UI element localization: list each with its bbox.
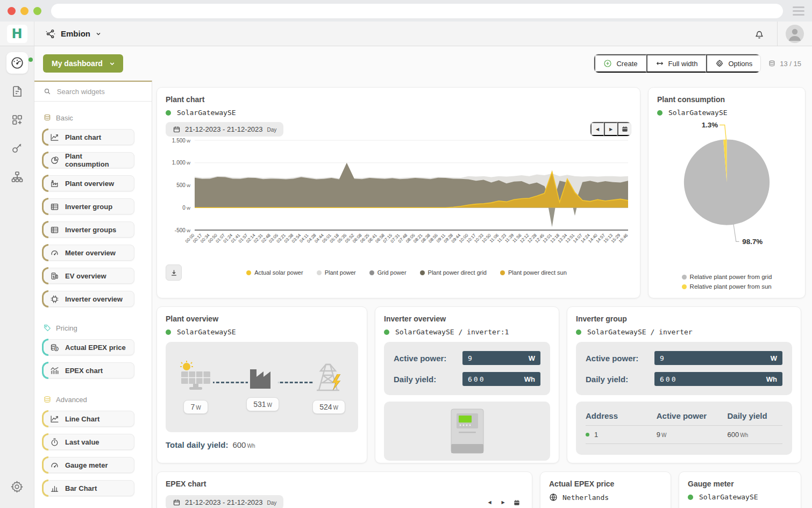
pie-label-line-grid <box>733 224 739 242</box>
nav-widgets[interactable] <box>6 109 28 131</box>
widget-item-plant-consumption[interactable]: Plant consumption <box>43 152 134 168</box>
x-tick-label: 15:46 <box>618 233 629 244</box>
prev-period-button[interactable]: ◀ <box>590 122 604 136</box>
database-icon <box>43 395 52 404</box>
gear-icon <box>10 480 24 493</box>
calendar-button[interactable] <box>510 496 523 508</box>
calendar-button[interactable] <box>617 122 631 136</box>
line-chart-icon <box>50 133 59 142</box>
legend-dot <box>317 270 322 275</box>
next-period-button[interactable]: ▶ <box>496 496 510 508</box>
nav-settings[interactable] <box>6 476 28 497</box>
browser-chrome <box>0 0 812 22</box>
widget-gauge-meter: Gauge meter SolarGatewaySE <box>679 471 801 508</box>
nav-dashboard[interactable] <box>6 52 28 74</box>
date-range-text: 21-12-2023 - 21-12-2023 <box>185 498 263 506</box>
legend-dot <box>369 270 374 275</box>
search-input[interactable] <box>57 88 143 96</box>
widget-item-actual-epex-price[interactable]: €Actual EPEX price <box>43 339 134 355</box>
legend-dot <box>682 284 687 289</box>
widget-item-inverter-group[interactable]: Inverter group <box>43 198 134 214</box>
browser-menu-icon[interactable] <box>793 6 804 16</box>
nav-access-keys[interactable] <box>6 138 28 159</box>
widget-item-plant-overview[interactable]: Plant overview <box>43 175 134 191</box>
kv-label: Daily yield: <box>394 375 462 384</box>
kv-label: Active power: <box>394 354 462 363</box>
download-chart-button[interactable] <box>166 264 182 281</box>
widget-item-meter-overview[interactable]: Meter overview <box>43 245 134 261</box>
widget-count: 13 / 15 <box>768 60 801 68</box>
calendar-icon <box>173 498 181 506</box>
legend-item-plant-power[interactable]: Plant power <box>317 269 356 276</box>
widget-sidebar: BasicPlant chartPlant consumptionPlant o… <box>34 81 152 508</box>
create-button[interactable]: Create <box>594 54 646 73</box>
zoom-button[interactable] <box>33 7 41 15</box>
kv-label: Daily yield: <box>586 375 654 384</box>
legend-item[interactable]: Relative plant power from sun <box>682 283 772 290</box>
network-icon <box>45 28 56 39</box>
widget-item-gauge-meter[interactable]: Gauge meter <box>43 457 134 473</box>
next-period-button[interactable]: ▶ <box>604 122 617 136</box>
minimize-button[interactable] <box>20 7 29 15</box>
nav-invoices[interactable] <box>6 81 28 102</box>
widget-inverter-group: Inverter group SolarGatewaySE / inverter… <box>567 306 801 463</box>
notifications-button[interactable] <box>742 28 777 40</box>
legend-dot <box>682 275 687 280</box>
widget-item-inverter-groups[interactable]: Inverter groups <box>43 221 134 238</box>
prev-period-button[interactable]: ◀ <box>483 496 496 508</box>
widget-item-last-value[interactable]: Last value <box>43 434 134 450</box>
legend-item-actual-solar-power[interactable]: Actual solar power <box>246 269 303 276</box>
gear-icon <box>715 59 724 68</box>
widget-item-bar-chart[interactable]: Bar Chart <box>43 480 134 496</box>
factory-icon <box>248 363 278 390</box>
date-range-picker[interactable]: 21-12-2023 - 21-12-2023 Day <box>166 122 283 137</box>
widget-search <box>34 82 152 102</box>
widget-title: Plant chart <box>166 95 631 104</box>
svg-text:€: € <box>55 347 58 350</box>
total-daily-yield: Total daily yield: 600Wh <box>166 440 358 449</box>
col-header-address: Address <box>586 408 657 426</box>
dashboard-selector-button[interactable]: My dashboard <box>43 54 123 73</box>
status-dot-online <box>657 110 663 116</box>
org-name: Embion <box>61 29 90 38</box>
widget-item-inverter-overview[interactable]: Inverter overview <box>43 291 134 307</box>
url-bar[interactable] <box>51 4 783 18</box>
meter-icon <box>50 248 59 257</box>
arrows-horizontal-icon <box>656 59 664 68</box>
legend-item-plant-power-direct-sun[interactable]: Plant power direct sun <box>500 269 567 276</box>
grid-power-value: 524W <box>312 400 345 414</box>
ev-charger-icon <box>50 271 59 281</box>
app-logo[interactable]: H <box>7 25 27 43</box>
close-button[interactable] <box>8 7 16 15</box>
date-mode: Day <box>267 500 277 506</box>
row-status-dot <box>586 433 589 437</box>
legend-item-grid-power[interactable]: Grid power <box>369 269 407 276</box>
calendar-filled-icon <box>621 125 629 133</box>
pie-label-grid: 98.7% <box>742 238 763 246</box>
options-button[interactable]: Options <box>706 54 760 73</box>
widget-item-line-chart[interactable]: Line Chart <box>43 411 134 427</box>
device-name: SolarGatewaySE / inverter:1 <box>395 328 509 336</box>
legend-item[interactable]: Relative plant power from grid <box>682 274 772 280</box>
y-tick-label: -500 W <box>175 227 191 233</box>
y-tick-label: 500 W <box>176 182 191 188</box>
active-indicator-dot <box>29 58 33 62</box>
widget-item-epex-chart[interactable]: EPEX chart <box>43 362 134 378</box>
date-range-picker[interactable]: 21-12-2023 - 21-12-2023 Day <box>166 495 283 508</box>
chip-icon <box>50 295 59 304</box>
coins-icon: € <box>50 343 59 352</box>
grid-icon <box>11 113 24 126</box>
org-selector[interactable]: Embion <box>34 22 102 46</box>
status-dot-online <box>384 330 389 335</box>
widget-item-plant-chart[interactable]: Plant chart <box>43 129 134 145</box>
power-values-panel: Active power: 9W Daily yield: 600Wh <box>576 342 792 395</box>
header-right <box>742 22 812 46</box>
table-row[interactable]: 1 9W 600Wh <box>586 426 782 444</box>
nav-sitemap[interactable] <box>6 166 28 188</box>
legend-item-plant-power-direct-grid[interactable]: Plant power direct grid <box>420 269 487 276</box>
user-avatar[interactable] <box>786 25 804 43</box>
widget-item-ev-overview[interactable]: EV overview <box>43 268 134 284</box>
power-values-panel: Active power: 9W Daily yield: 600Wh <box>384 342 550 395</box>
chevron-down-icon <box>109 60 116 67</box>
full-width-button[interactable]: Full width <box>646 54 707 73</box>
